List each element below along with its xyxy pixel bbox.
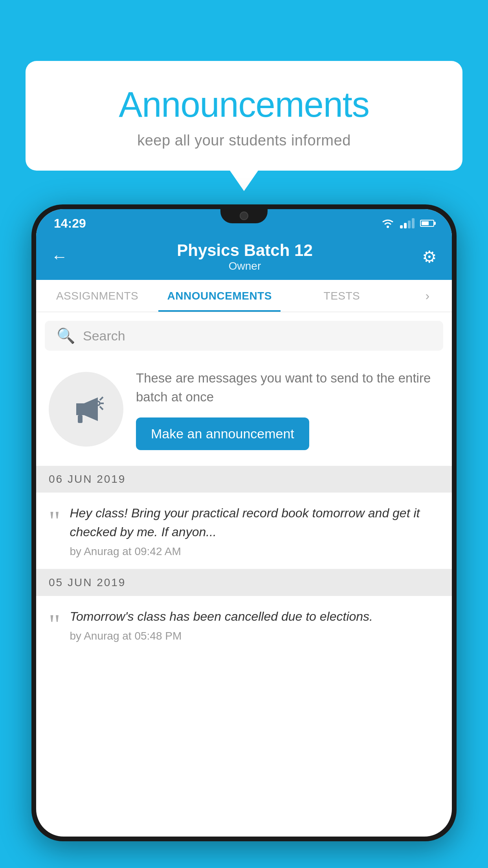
announcement-item-1[interactable]: " Hey class! Bring your practical record… (36, 493, 452, 569)
svg-rect-3 (78, 415, 83, 423)
batch-name: Physics Batch 12 (177, 241, 313, 260)
speech-bubble-title: Announcements (57, 85, 431, 125)
phone-screen: 14:29 (36, 209, 452, 837)
battery-icon (420, 220, 434, 227)
svg-line-7 (100, 406, 103, 410)
tab-more[interactable]: › (403, 280, 452, 312)
phone-wrapper: 14:29 (31, 204, 457, 868)
tab-bar: ASSIGNMENTS ANNOUNCEMENTS TESTS › (36, 280, 452, 312)
tab-announcements[interactable]: ANNOUNCEMENTS (158, 280, 281, 312)
search-bar[interactable]: 🔍 Search (45, 321, 443, 351)
announcement-text-1: Hey class! Bring your practical record b… (70, 504, 439, 541)
quote-icon-2: " (49, 610, 60, 638)
announcement-item-2[interactable]: " Tomorrow's class has been cancelled du… (36, 596, 452, 653)
phone-camera (240, 211, 248, 220)
settings-icon[interactable]: ⚙ (422, 247, 437, 267)
speech-bubble-area: Announcements keep all your students inf… (26, 61, 462, 171)
announcement-text-2: Tomorrow's class has been cancelled due … (70, 607, 373, 626)
status-time: 14:29 (54, 216, 86, 231)
announcement-description: These are messages you want to send to t… (136, 369, 439, 406)
owner-label: Owner (177, 260, 313, 272)
search-bar-container: 🔍 Search (36, 312, 452, 355)
wifi-icon (381, 218, 394, 228)
speech-bubble-subtitle: keep all your students informed (57, 132, 431, 149)
search-placeholder: Search (83, 328, 125, 344)
date-separator-2: 05 JUN 2019 (36, 569, 452, 596)
announcement-icon-circle (49, 372, 123, 447)
app-header: ← Physics Batch 12 Owner ⚙ (36, 234, 452, 280)
back-button[interactable]: ← (51, 247, 68, 266)
date-separator-1: 06 JUN 2019 (36, 466, 452, 493)
status-icons (381, 218, 434, 228)
speech-bubble-card: Announcements keep all your students inf… (26, 61, 462, 171)
signal-bars-icon (400, 218, 415, 228)
search-icon: 🔍 (57, 327, 75, 344)
svg-marker-2 (84, 397, 98, 421)
svg-point-0 (387, 226, 389, 228)
phone-frame: 14:29 (31, 204, 457, 841)
announcement-meta-1: by Anurag at 09:42 AM (70, 545, 439, 558)
svg-line-5 (100, 397, 103, 400)
make-announcement-button[interactable]: Make an announcement (136, 417, 309, 450)
announcement-right: These are messages you want to send to t… (136, 369, 439, 450)
megaphone-icon (68, 392, 104, 427)
tab-tests[interactable]: TESTS (281, 280, 403, 312)
tab-assignments[interactable]: ASSIGNMENTS (36, 280, 158, 312)
header-title-block: Physics Batch 12 Owner (177, 241, 313, 272)
announcement-meta-2: by Anurag at 05:48 PM (70, 630, 373, 642)
quote-icon-1: " (49, 507, 60, 535)
announcement-prompt: These are messages you want to send to t… (36, 355, 452, 466)
svg-marker-1 (76, 403, 84, 415)
